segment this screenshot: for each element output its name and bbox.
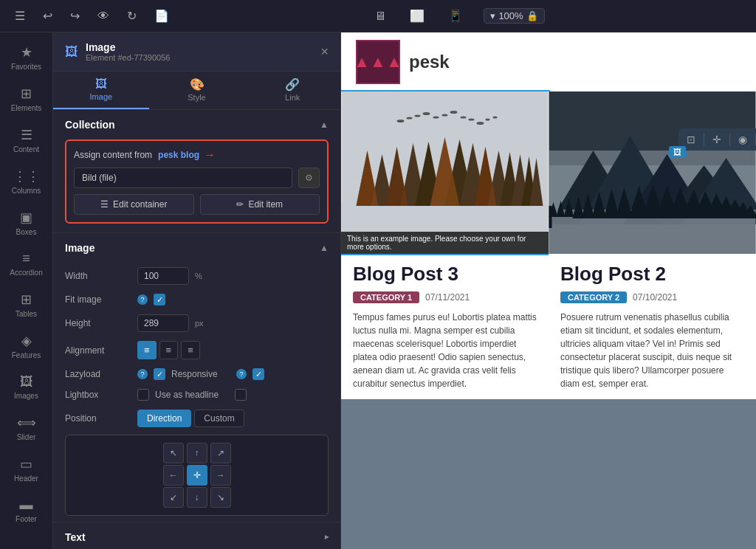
post3-date: 07/11/2021 [425,292,470,303]
mobile-view-button[interactable]: 📱 [445,6,466,26]
elements-icon: ⊞ [21,86,32,102]
icon-sidebar: ★ Favorites ⊞ Elements ☰ Content ⋮⋮ Colu… [0,32,53,549]
panel-tabs: 🖼 Image 🎨 Style 🔗 Link [53,72,340,110]
svg-point-3 [407,117,413,120]
sidebar-item-tables[interactable]: ⊞ Tables [4,286,49,324]
edit-container-label: Edit container [113,199,167,210]
svg-point-13 [493,117,498,119]
height-row: Height px [53,310,340,336]
tab-style[interactable]: 🎨 Style [149,72,245,109]
crop-tool-button[interactable]: ⊡ [684,131,698,148]
collection-section: Collection ▲ Assign content from pesk bl… [53,110,340,233]
sidebar-item-boxes[interactable]: ▣ Boxes [4,204,49,242]
sidebar-label-footer: Footer [16,515,37,523]
post3-image-container[interactable]: This is an example image. Please choose … [341,92,549,254]
align-right-button[interactable]: ≡ [181,341,200,359]
panel-title: Image [86,41,170,53]
field-gear-button[interactable]: ⚙ [298,168,320,188]
post2-category[interactable]: CATEGORY 2 [560,291,627,303]
post3-category[interactable]: CATEGORY 1 [353,291,419,303]
tab-image[interactable]: 🖼 Image [53,72,149,109]
save-draft-icon[interactable]: 📄 [151,6,172,26]
align-left-button[interactable]: ≡ [137,341,157,359]
image-section-header[interactable]: Image ▲ [53,233,340,263]
height-input[interactable] [137,314,189,332]
assign-label: Assign content from [74,150,152,160]
sidebar-item-features[interactable]: ◈ Features [4,327,49,365]
text-chevron-icon: ▾ [321,535,331,539]
image-indicator-badge[interactable]: 🖼 [669,146,686,158]
preview-icon[interactable]: 👁 [94,7,112,26]
action-row: ☰ Edit container ✏ Edit item [74,194,320,215]
sidebar-item-content[interactable]: ☰ Content [4,121,49,159]
width-input[interactable] [137,267,189,285]
panel-header: 🖼 Image Element #ed-77390056 × [53,32,340,72]
edit-item-label: Edit item [248,199,283,210]
move-tool-button[interactable]: ✛ [710,131,724,148]
menu-icon[interactable]: ☰ [12,6,28,26]
redo-button[interactable]: ↪ [67,6,83,26]
sidebar-item-footer[interactable]: ▬ Footer [4,491,49,529]
width-row: Width % [53,263,340,289]
refresh-icon[interactable]: ↻ [124,6,140,26]
site-name-text: pesk [409,52,450,72]
text-section-header[interactable]: Text ▾ [53,522,340,549]
sidebar-item-images[interactable]: 🖼 Images [4,368,49,406]
svg-point-2 [397,120,405,122]
lazyload-info: ? [137,369,148,379]
post2-image-container[interactable] [549,92,756,254]
responsive-checkbox[interactable]: ✓ [252,368,264,380]
sidebar-item-favorites[interactable]: ★ Favorites [4,38,49,77]
zoom-control[interactable]: ▾ 100% 🔒 [484,8,544,24]
slider-icon: ⟺ [17,415,36,431]
text-section-title: Text [65,531,86,543]
image-chevron-icon: ▲ [320,243,329,253]
properties-panel: 🖼 Image Element #ed-77390056 × 🖼 Image 🎨… [53,32,341,549]
dir-top-right-button[interactable]: ↗ [210,443,231,463]
drop-tool-button[interactable]: ◉ [736,131,749,148]
lightbox-checkbox[interactable] [137,389,149,401]
sidebar-item-elements[interactable]: ⊞ Elements [4,80,49,118]
edit-item-button[interactable]: ✏ Edit item [200,194,320,215]
undo-button[interactable]: ↩ [40,6,55,26]
dir-bottom-right-button[interactable]: ↘ [210,487,231,508]
position-row: Position Direction Custom [53,405,340,432]
dir-top-left-button[interactable]: ↖ [163,443,184,463]
position-btn-group: Direction Custom [137,410,244,427]
direction-button[interactable]: Direction [137,410,191,427]
tab-link[interactable]: 🔗 Link [244,72,340,109]
toolbar-left: ☰ ↩ ↪ 👁 ↻ 📄 [12,6,172,26]
tablet-view-button[interactable]: ⬜ [407,6,427,26]
post3-title: Blog Post 3 [353,263,537,286]
dir-center-button[interactable]: ✛ [187,465,207,486]
field-select[interactable]: Bild (file) [74,168,292,188]
dir-bottom-left-button[interactable]: ↙ [163,487,184,508]
panel-element-icon: 🖼 [65,44,78,60]
sidebar-item-accordion[interactable]: ≡ Accordion [4,245,49,283]
use-headline-checkbox[interactable] [235,389,247,401]
dir-left-button[interactable]: ← [163,465,184,486]
dir-up-button[interactable]: ↑ [187,443,207,463]
source-name: pesk blog [158,150,199,160]
sidebar-item-columns[interactable]: ⋮⋮ Columns [4,162,49,201]
svg-point-5 [423,112,430,115]
lazyload-checkbox[interactable]: ✓ [154,368,165,380]
desktop-view-button[interactable]: 🖥 [371,7,389,26]
main-layout: ★ Favorites ⊞ Elements ☰ Content ⋮⋮ Colu… [0,32,756,549]
fit-image-checkbox[interactable]: ✓ [154,294,165,305]
custom-button[interactable]: Custom [194,410,244,427]
edit-container-button[interactable]: ☰ Edit container [74,194,194,215]
height-unit: px [195,319,204,328]
sidebar-label-header: Header [14,474,38,483]
lazyload-row: Lazyload ? ✓ Responsive ? ✓ [53,364,340,384]
sidebar-item-slider[interactable]: ⟺ Slider [4,409,49,447]
collection-section-header[interactable]: Collection ▲ [53,110,340,139]
post2-text: Posuere rutrum venenatis phasellus cubil… [560,311,744,390]
assign-source: pesk blog → [158,148,216,162]
align-center-button[interactable]: ≡ [159,341,179,359]
panel-close-button[interactable]: × [320,44,329,60]
dir-down-button[interactable]: ↓ [187,487,207,508]
lock-icon: 🔒 [526,10,538,21]
dir-right-button[interactable]: → [210,465,231,486]
sidebar-item-header[interactable]: ▭ Header [4,450,49,488]
